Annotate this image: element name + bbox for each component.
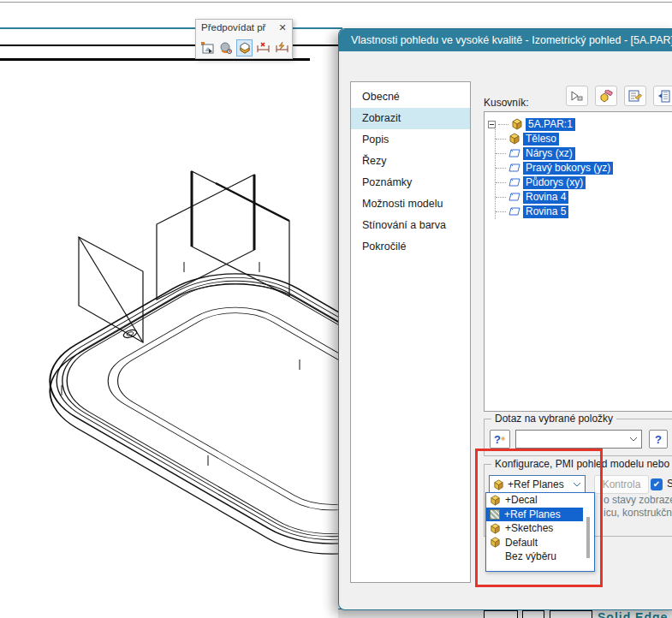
tree-item-label[interactable]: Rovina 4 [523, 191, 568, 204]
panel-list-icon [657, 90, 671, 103]
clear-selection-button[interactable] [595, 86, 617, 106]
dialog-sidebar: Obecné Zobrazit Popis Řezy Poznámky Možn… [350, 81, 471, 583]
query-group-label: Dotaz na vybrané položky [491, 413, 616, 425]
plane-icon [508, 177, 520, 187]
tray-wireframe [4, 253, 338, 575]
tree-row-narys[interactable]: Nárys (xz) [496, 146, 575, 160]
dimension-quick-button[interactable] [274, 39, 290, 56]
predict-image-button[interactable] [199, 39, 215, 56]
tree-item-label[interactable]: Nárys (xz) [523, 147, 575, 160]
dimension-delete-button[interactable] [255, 39, 271, 56]
sidebar-item-popis[interactable]: Popis [351, 129, 470, 151]
cube-fill-icon [238, 41, 252, 55]
plane-icon [508, 206, 520, 217]
tree-stub [498, 124, 508, 125]
plane-icon [508, 148, 520, 158]
same-checkbox-label: Stej [667, 478, 672, 490]
body-cube-icon [508, 133, 520, 145]
sidebar-item-obecne[interactable]: Obecné [351, 86, 470, 108]
eraser-cube-icon [599, 90, 613, 103]
sidebar-item-moznosti-modelu[interactable]: Možnosti modelu [351, 193, 470, 215]
tree-row-pudorys[interactable]: Půdorys (xy) [496, 175, 586, 189]
status-cell[interactable] [550, 610, 592, 618]
tree-item-label[interactable]: Půdorys (xy) [523, 176, 586, 189]
tree-item-label[interactable]: Rovina 5 [523, 205, 568, 218]
sidebar-item-pokrocile[interactable]: Pokročilé [351, 236, 470, 258]
predict-toolbar-icons [199, 39, 290, 56]
query-help-button[interactable]: ? [649, 430, 668, 449]
show-panel-button[interactable] [653, 86, 672, 106]
run-query-icon [570, 90, 584, 102]
dimension-lightning-icon [275, 41, 289, 55]
part-cube-icon [511, 118, 523, 130]
annotation-red-rectangle [475, 449, 603, 587]
status-cell[interactable] [484, 610, 518, 618]
isometric-drawing-canvas[interactable] [0, 0, 338, 618]
bom-label: Kusovník: [484, 97, 529, 109]
run-query-button[interactable] [566, 86, 588, 106]
app-window: { "colors": { "accent_teal": "#2e7f9d", … [0, 0, 672, 618]
center-ticks [62, 262, 300, 466]
predict-update-button[interactable] [217, 39, 234, 56]
predict-toolbar: Předpovídat př ✕ [195, 19, 293, 59]
status-cell[interactable] [522, 610, 544, 618]
collapse-icon[interactable] [488, 121, 496, 128]
dimension-x-icon [256, 41, 271, 55]
image-arrow-icon [200, 41, 214, 55]
tree-row-root[interactable]: 5A.PAR:1 [488, 117, 575, 131]
sidebar-item-stinovani[interactable]: Stínování a barva [351, 215, 470, 236]
sphere-ring-icon [219, 41, 233, 55]
close-icon[interactable]: ✕ [277, 21, 288, 33]
plane-icon [508, 163, 520, 173]
properties-hand-icon [628, 90, 642, 103]
tree-item-label[interactable]: Pravý bokorys (yz) [523, 162, 613, 175]
dialog-title-bar[interactable]: Vlastnosti pohledu ve vysoké kvalitě - I… [339, 29, 672, 51]
predict-fill-button[interactable] [236, 39, 253, 56]
sidebar-item-rezy[interactable]: Řezy [351, 151, 470, 172]
tree-root-label[interactable]: 5A.PAR:1 [526, 118, 575, 131]
same-checkbox[interactable]: ✔ [651, 478, 663, 490]
bom-tree: 5A.PAR:1 Těleso Nárys (xz) Pravý bokorys… [484, 111, 672, 412]
tree-row-rovina5[interactable]: Rovina 5 [496, 205, 568, 218]
sidebar-item-poznamky[interactable]: Poznámky [351, 172, 470, 193]
tree-item-label[interactable]: Těleso [523, 133, 559, 146]
solid-edge-logo: Solid Edge [598, 610, 668, 618]
chevron-down-icon [629, 437, 638, 442]
item-properties-button[interactable] [624, 86, 646, 106]
tree-row-rovina4[interactable]: Rovina 4 [496, 190, 568, 204]
sidebar-item-zobrazit[interactable]: Zobrazit [351, 108, 470, 129]
reference-plane-left [79, 237, 143, 342]
new-query-button[interactable]: ?✳ [490, 430, 510, 449]
configuration-hint-text: o stavy zobrazení/s icu, konstrukční pr [604, 494, 672, 520]
query-combobox[interactable] [515, 430, 642, 449]
tree-row-pravy-bokorys[interactable]: Pravý bokorys (yz) [496, 161, 613, 175]
plane-icon [508, 192, 520, 202]
predict-toolbar-title: Předpovídat př [201, 22, 265, 33]
tree-row-teleso[interactable]: Těleso [496, 132, 559, 146]
reference-planes-star [157, 171, 289, 300]
